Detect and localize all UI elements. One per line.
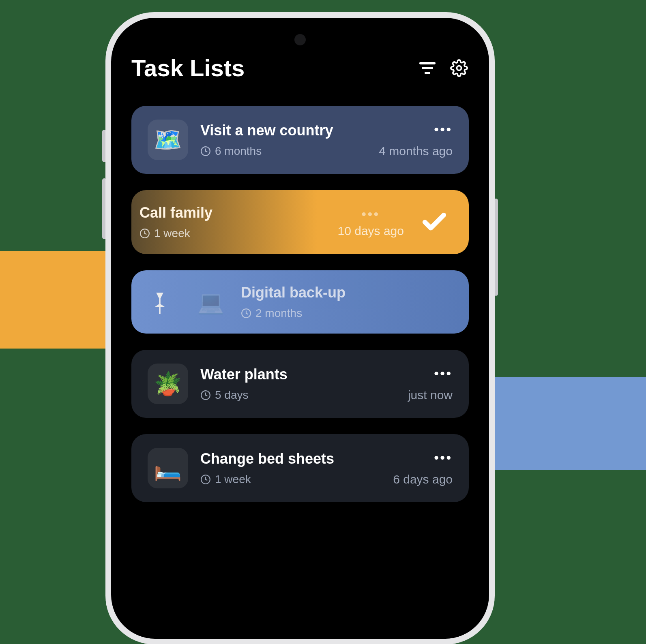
clock-icon	[200, 146, 211, 156]
phone-screen: Task Lists	[111, 18, 489, 639]
task-title: Visit a new country	[200, 122, 367, 139]
camera-notch	[294, 34, 306, 45]
clock-icon	[200, 474, 211, 485]
gear-icon	[450, 59, 468, 77]
task-card[interactable]: Call family 1 week ••• 10 days ago	[131, 190, 469, 254]
task-card[interactable]: 🛏️ Change bed sheets 1 week ••• 6 days a…	[131, 434, 469, 502]
laptop-icon: 💻	[192, 288, 229, 316]
task-card[interactable]: 🪴 Water plants 5 days ••• just now	[131, 350, 469, 418]
clock-icon	[140, 228, 150, 239]
more-button[interactable]: •••	[434, 450, 453, 465]
task-emoji: 🛏️	[148, 448, 188, 488]
clock-icon	[241, 308, 251, 319]
task-ago: 4 months ago	[379, 144, 453, 158]
task-card[interactable]: 🗺️ Visit a new country 6 months ••• 4 mo…	[131, 106, 469, 174]
task-title: Change bed sheets	[200, 450, 381, 467]
more-button[interactable]: •••	[434, 366, 453, 381]
task-title: Digital back-up	[241, 284, 453, 301]
task-interval: 2 months	[255, 307, 302, 320]
task-list: 🗺️ Visit a new country 6 months ••• 4 mo…	[131, 106, 469, 502]
task-emoji: 🪴	[148, 364, 188, 404]
task-ago: 10 days ago	[338, 224, 404, 238]
task-interval: 5 days	[215, 389, 249, 402]
complete-action[interactable]	[416, 204, 453, 240]
task-interval: 6 months	[215, 145, 262, 158]
filter-button[interactable]	[418, 58, 437, 78]
task-ago: 6 days ago	[393, 473, 453, 486]
filter-icon	[419, 62, 436, 74]
task-card[interactable]: 💻 Digital back-up 2 months	[131, 270, 469, 334]
task-title: Call family	[140, 204, 326, 221]
pin-action[interactable]	[148, 290, 172, 314]
task-title: Water plants	[200, 366, 396, 383]
more-button[interactable]: •••	[434, 122, 453, 137]
page-title: Task Lists	[131, 54, 245, 81]
task-interval: 1 week	[215, 473, 251, 486]
check-icon	[420, 208, 449, 236]
clock-icon	[200, 390, 211, 400]
more-button[interactable]: •••	[361, 207, 380, 222]
pin-icon	[148, 290, 172, 314]
settings-button[interactable]	[449, 58, 469, 78]
phone-frame: Task Lists	[105, 12, 495, 644]
task-emoji: 🗺️	[148, 120, 188, 160]
svg-point-0	[457, 66, 461, 70]
task-interval: 1 week	[154, 227, 190, 240]
task-ago: just now	[408, 388, 453, 402]
header: Task Lists	[131, 54, 469, 81]
